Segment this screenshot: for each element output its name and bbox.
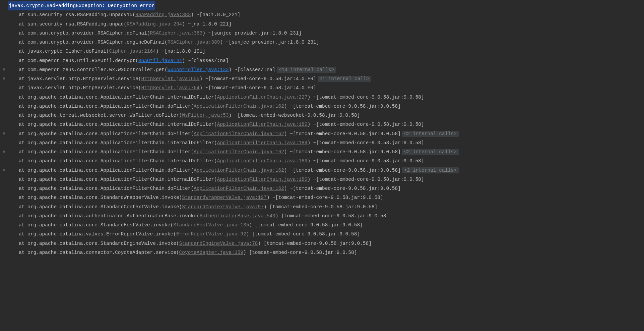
- source-link[interactable]: RSACipher.java:389: [168, 40, 220, 45]
- stack-frame: at org.apache.catalina.core.StandardEngi…: [0, 239, 644, 248]
- frame-suffix: ) [tomcat-embed-core-9.0.58.jar:9.0.58]: [275, 213, 389, 219]
- source-link[interactable]: WsFilter.java:53: [182, 113, 229, 118]
- at-keyword: at: [19, 222, 27, 228]
- at-keyword: at: [19, 131, 27, 136]
- frame-suffix: ) ~[sunjce_provider.jar:1.8.0_231]: [220, 40, 319, 45]
- at-keyword: at: [19, 186, 27, 191]
- source-link[interactable]: StandardHostValve.java:135: [173, 222, 249, 228]
- at-keyword: at: [19, 177, 27, 182]
- frame-suffix: ) ~[na:1.8.0_191]: [156, 49, 205, 54]
- stack-frame: at sun.security.rsa.RSAPadding.unpad(RSA…: [0, 20, 644, 29]
- source-link[interactable]: RSAUtil.java:44: [138, 58, 182, 63]
- frame-suffix: ) ~[classes/:na]: [229, 67, 275, 72]
- frame-method: org.apache.catalina.core.ApplicationFilt…: [27, 95, 217, 100]
- source-link[interactable]: ErrorReportValve.java:92: [176, 231, 246, 237]
- frame-suffix: ) [tomcat-embed-core-9.0.58.jar:9.0.58]: [258, 241, 372, 246]
- source-link[interactable]: AuthenticatorBase.java:540: [200, 213, 275, 219]
- stack-frame: at org.apache.catalina.core.ApplicationF…: [0, 139, 644, 148]
- stack-frame: at org.apache.catalina.valves.ErrorRepor…: [0, 230, 644, 239]
- frame-suffix: ) ~[tomcat-embed-core-9.0.58.jar:4.0.FR]: [200, 85, 316, 91]
- frame-method: javax.crypto.Cipher.doFinal(: [27, 49, 109, 54]
- frame-method: org.apache.catalina.core.ApplicationFilt…: [27, 186, 194, 191]
- stack-frame: ⊞at org.apache.catalina.core.Application…: [0, 129, 644, 139]
- source-link[interactable]: ApplicationFilterChain.java:189: [217, 140, 308, 146]
- expand-icon[interactable]: ⊞: [1, 168, 6, 173]
- at-keyword: at: [19, 21, 27, 27]
- source-link[interactable]: ApplicationFilterChain.java:189: [217, 177, 308, 182]
- source-link[interactable]: StandardEngineValve.java:78: [179, 241, 258, 246]
- frame-suffix: ) ~[tomcat-embed-core-9.0.58.jar:9.0.58]: [284, 131, 401, 136]
- expand-icon[interactable]: ⊞: [1, 150, 6, 155]
- frame-suffix: ) ~[tomcat-embed-core-9.0.58.jar:9.0.58]: [284, 168, 401, 173]
- frame-method: org.apache.catalina.core.ApplicationFilt…: [27, 140, 217, 146]
- stack-frame: at org.apache.tomcat.websocket.server.Ws…: [0, 111, 644, 120]
- source-link[interactable]: ApplicationFilterChain.java:162: [194, 104, 284, 109]
- frame-suffix: ) [tomcat-embed-core-9.0.58.jar:9.0.58]: [246, 231, 360, 237]
- frame-method: org.apache.catalina.core.ApplicationFilt…: [27, 158, 217, 164]
- at-keyword: at: [19, 250, 27, 255]
- at-keyword: at: [19, 76, 27, 81]
- source-link[interactable]: ApplicationFilterChain.java:162: [194, 186, 284, 191]
- source-link[interactable]: RSACipher.java:363: [150, 31, 203, 36]
- frame-method: org.apache.tomcat.websocket.server.WsFil…: [27, 113, 182, 118]
- frame-suffix: ) ~[tomcat-embed-core-9.0.58.jar:9.0.58]: [307, 122, 424, 127]
- frame-suffix: ) ~[tomcat-embed-core-9.0.58.jar:9.0.58]: [284, 186, 401, 191]
- frame-method: org.apache.catalina.core.StandardWrapper…: [27, 195, 182, 200]
- stack-frame: at com.sun.crypto.provider.RSACipher.eng…: [0, 38, 644, 47]
- at-keyword: at: [19, 241, 27, 246]
- stack-frame: ⊞at javax.servlet.http.HttpServlet.servi…: [0, 74, 644, 84]
- source-link[interactable]: Cipher.java:2164: [109, 49, 156, 54]
- at-keyword: at: [19, 31, 27, 36]
- source-link[interactable]: WxController.java:133: [168, 67, 229, 72]
- stack-frame: at javax.servlet.http.HttpServlet.servic…: [0, 84, 644, 93]
- stack-frame: ⊞at com.emperor.zeus.controller.wx.WxCon…: [0, 65, 644, 74]
- at-keyword: at: [19, 168, 27, 173]
- frame-method: sun.security.rsa.RSAPadding.unpad(: [27, 21, 127, 27]
- source-link[interactable]: ApplicationFilterChain.java:227: [217, 95, 308, 100]
- frame-method: org.apache.catalina.core.StandardEngineV…: [27, 241, 179, 246]
- frame-suffix: ) ~[tomcat-embed-core-9.0.58.jar:9.0.58]: [307, 158, 424, 164]
- source-link[interactable]: StandardWrapperValve.java:197: [182, 195, 266, 200]
- stack-frame: at org.apache.catalina.connector.CoyoteA…: [0, 248, 644, 257]
- expand-icon[interactable]: ⊞: [1, 131, 6, 136]
- source-link[interactable]: ApplicationFilterChain.java:189: [217, 158, 308, 164]
- frame-method: sun.security.rsa.RSAPadding.unpadV15(: [27, 12, 135, 17]
- source-link[interactable]: RSAPadding.java:383: [135, 12, 191, 17]
- source-link[interactable]: ApplicationFilterChain.java:189: [217, 122, 308, 127]
- source-link[interactable]: CoyoteAdapter.java:359: [179, 250, 243, 255]
- source-link[interactable]: ApplicationFilterChain.java:162: [194, 131, 284, 136]
- at-keyword: at: [19, 149, 27, 155]
- frame-suffix: ) ~[tomcat-embed-core-9.0.58.jar:4.0.FR]: [200, 76, 316, 81]
- source-link[interactable]: HttpServlet.java:764: [141, 85, 199, 91]
- expand-icon[interactable]: ⊞: [1, 77, 6, 81]
- frame-suffix: ) ~[tomcat-embed-core-9.0.58.jar:9.0.58]: [267, 195, 383, 200]
- frame-method: org.apache.catalina.core.StandardHostVal…: [27, 222, 173, 228]
- internal-calls-badge[interactable]: <2 internal calls>: [402, 149, 459, 155]
- frame-suffix: ) ~[na:1.8.0_221]: [191, 12, 240, 17]
- expand-icon[interactable]: ⊞: [1, 67, 6, 72]
- frame-method: com.sun.crypto.provider.RSACipher.engine…: [27, 40, 168, 45]
- stack-frame: at org.apache.catalina.authenticator.Aut…: [0, 212, 644, 221]
- source-link[interactable]: ApplicationFilterChain.java:162: [194, 149, 284, 155]
- at-keyword: at: [19, 85, 27, 91]
- internal-calls-badge[interactable]: <2 internal calls>: [402, 131, 459, 137]
- frame-method: javax.servlet.http.HttpServlet.service(: [27, 85, 141, 91]
- at-keyword: at: [19, 95, 27, 100]
- source-link[interactable]: StandardContextValve.java:97: [182, 204, 264, 210]
- source-link[interactable]: HttpServlet.java:655: [141, 76, 199, 81]
- internal-calls-badge[interactable]: <1 internal call>: [318, 76, 371, 82]
- at-keyword: at: [19, 67, 27, 72]
- stack-frame: at org.apache.catalina.core.StandardWrap…: [0, 193, 644, 202]
- source-link[interactable]: RSAPadding.java:294: [127, 21, 182, 27]
- stack-frame: at org.apache.catalina.core.ApplicationF…: [0, 157, 644, 166]
- stack-frame: ⊞at org.apache.catalina.core.Application…: [0, 148, 644, 157]
- at-keyword: at: [19, 40, 27, 45]
- exception-message: javax.crypto.BadPaddingException: Decryp…: [8, 1, 155, 10]
- at-keyword: at: [19, 12, 27, 17]
- source-link[interactable]: ApplicationFilterChain.java:162: [194, 168, 284, 173]
- stack-frame: at org.apache.catalina.core.ApplicationF…: [0, 184, 644, 193]
- at-keyword: at: [19, 195, 27, 200]
- internal-calls-badge[interactable]: <14 internal calls>: [277, 67, 336, 73]
- stack-frame: at org.apache.catalina.core.ApplicationF…: [0, 175, 644, 184]
- internal-calls-badge[interactable]: <2 internal calls>: [402, 167, 459, 173]
